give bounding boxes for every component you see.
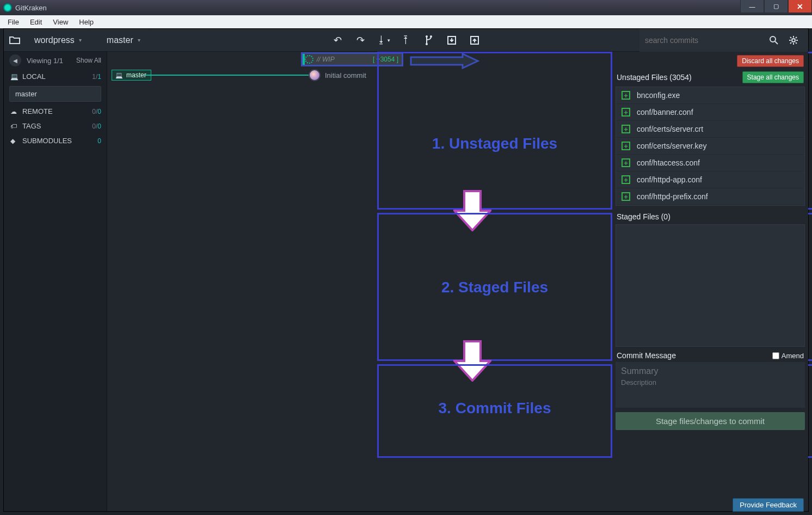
commit-button[interactable]: Stage files/changes to commit — [616, 412, 805, 430]
branch-button[interactable] — [417, 29, 440, 52]
annotation-label-2: 2. Staged Files — [379, 279, 611, 296]
section-label: REMOTE — [22, 107, 53, 115]
add-icon: + — [622, 175, 630, 184]
graph-edge — [145, 75, 311, 76]
annotation-label-3: 3. Commit Files — [379, 400, 611, 417]
sidebar: ◄ Viewing 1/1 Show All 💻 LOCAL 1/1 maste… — [4, 52, 107, 511]
annotation-region-1: 1. Unstaged Files — [377, 52, 612, 210]
section-submodules[interactable]: ◆ SUBMODULES 0 — [4, 133, 107, 148]
gear-icon — [789, 35, 798, 45]
close-button[interactable]: ✕ — [788, 0, 812, 13]
file-path: bnconfig.exe — [637, 91, 680, 100]
file-row[interactable]: +conf/httpd-app.conf — [616, 171, 804, 188]
maximize-button[interactable]: ▢ — [764, 0, 788, 13]
file-path: conf/certs/server.key — [637, 142, 706, 150]
file-path: conf/htaccess.conf — [637, 158, 700, 167]
annotation-region-2: 2. Staged Files — [377, 213, 612, 361]
file-row[interactable]: +conf/certs/server.crt — [616, 121, 804, 138]
app-frame: wordpress ▾ master ▾ ↶ ↷ ⭳▾ ⭱ — [3, 28, 809, 512]
toolbar: wordpress ▾ master ▾ ↶ ↷ ⭳▾ ⭱ — [4, 29, 808, 52]
branch-tag-label: master — [126, 71, 146, 79]
search-icon[interactable] — [769, 35, 789, 45]
svg-point-6 — [792, 39, 795, 42]
menu-file[interactable]: File — [2, 17, 24, 27]
branch-name: master — [107, 35, 133, 45]
menu-view[interactable]: View — [47, 17, 73, 27]
svg-point-0 — [426, 35, 428, 38]
file-row[interactable]: +conf/certs/server.key — [616, 138, 804, 155]
section-tags[interactable]: 🏷 TAGS 0/0 — [4, 119, 107, 133]
commit-message: Initial commit — [325, 71, 366, 79]
commit-description-input[interactable]: Description — [621, 378, 799, 387]
unstaged-header: Unstaged Files (3054) Stage all changes — [612, 69, 808, 85]
right-panel: Discard all changes Unstaged Files (3054… — [612, 52, 808, 511]
commit-graph: // WIP [ +3054 ] 💻 master Initial commit… — [107, 52, 612, 511]
push-button[interactable]: ⭱ — [395, 29, 417, 52]
commit-message-header: Commit Message Amend — [612, 348, 808, 361]
repo-selector[interactable]: wordpress ▾ — [26, 29, 90, 52]
chevron-down-icon: ▾ — [79, 37, 82, 43]
staged-file-list[interactable] — [616, 224, 805, 347]
show-all-link[interactable]: Show All — [76, 57, 101, 64]
amend-checkbox[interactable] — [772, 352, 779, 359]
laptop-icon: 💻 — [10, 73, 19, 81]
settings-button[interactable] — [789, 35, 808, 45]
tag-icon: 🏷 — [10, 122, 19, 130]
stage-all-button[interactable]: Stage all changes — [742, 71, 804, 83]
unstaged-file-list[interactable]: +bnconfig.exe+conf/banner.conf+conf/cert… — [616, 87, 805, 206]
file-row[interactable]: +conf/banner.conf — [616, 104, 804, 121]
svg-point-5 — [770, 36, 776, 42]
annotation-label-1: 1. Unstaged Files — [379, 135, 611, 152]
annotation-region-3: 3. Commit Files — [377, 364, 612, 458]
svg-point-2 — [430, 35, 432, 38]
branch-selector[interactable]: master ▾ — [98, 29, 149, 52]
titlebar: GitKraken — ▢ ✕ — [0, 0, 812, 15]
add-icon: + — [622, 142, 630, 150]
file-row[interactable]: +bnconfig.exe — [616, 87, 804, 104]
repo-name: wordpress — [34, 35, 75, 45]
branch-icon — [424, 35, 434, 45]
commit-avatar — [309, 69, 321, 81]
file-path: conf/httpd-app.conf — [637, 175, 702, 184]
file-row[interactable]: +conf/htaccess.conf — [616, 155, 804, 171]
wip-label: // WIP — [317, 56, 335, 63]
commit-summary-input[interactable]: Summary — [621, 366, 799, 376]
stash-button[interactable] — [440, 29, 463, 52]
search-commits — [639, 29, 808, 52]
chevron-down-icon: ▾ — [138, 37, 140, 43]
file-row[interactable]: +conf/httpd-prefix.conf — [616, 188, 804, 205]
pull-button[interactable]: ⭳▾ — [372, 29, 395, 52]
commit-message-title: Commit Message — [617, 351, 676, 360]
file-path: conf/certs/server.crt — [637, 125, 703, 133]
provide-feedback-button[interactable]: Provide Feedback — [733, 498, 804, 512]
pop-button[interactable] — [463, 29, 486, 52]
pop-icon — [470, 35, 479, 45]
section-local[interactable]: 💻 LOCAL 1/1 — [4, 69, 107, 84]
staged-title: Staged Files (0) — [617, 212, 670, 221]
section-label: LOCAL — [22, 72, 46, 81]
viewing-label: Viewing 1/1 — [27, 57, 63, 65]
amend-checkbox-label[interactable]: Amend — [772, 352, 804, 360]
sidebar-branch-master[interactable]: master — [9, 86, 101, 102]
search-input[interactable] — [639, 36, 769, 45]
add-icon: + — [622, 91, 630, 100]
menu-edit[interactable]: Edit — [24, 17, 47, 27]
menubar: File Edit View Help — [0, 15, 812, 28]
discard-all-button[interactable]: Discard all changes — [737, 55, 804, 67]
redo-button[interactable]: ↷ — [349, 29, 372, 52]
commit-inputs[interactable]: Summary Description — [616, 362, 805, 408]
minimize-button[interactable]: — — [740, 0, 764, 13]
undo-button[interactable]: ↶ — [326, 29, 349, 52]
back-button[interactable]: ◄ — [9, 54, 21, 66]
laptop-icon: 💻 — [115, 72, 123, 79]
menu-help[interactable]: Help — [73, 17, 99, 27]
open-repo-button[interactable] — [4, 29, 26, 52]
file-path: conf/banner.conf — [637, 108, 693, 117]
cloud-icon: ☁ — [10, 108, 19, 115]
section-remote[interactable]: ☁ REMOTE 0/0 — [4, 104, 107, 119]
svg-point-1 — [426, 43, 428, 45]
add-icon: + — [622, 125, 630, 133]
submodule-icon: ◆ — [10, 137, 19, 145]
sidebar-subnav: ◄ Viewing 1/1 Show All — [4, 52, 107, 69]
file-path: conf/httpd-prefix.conf — [637, 192, 708, 201]
